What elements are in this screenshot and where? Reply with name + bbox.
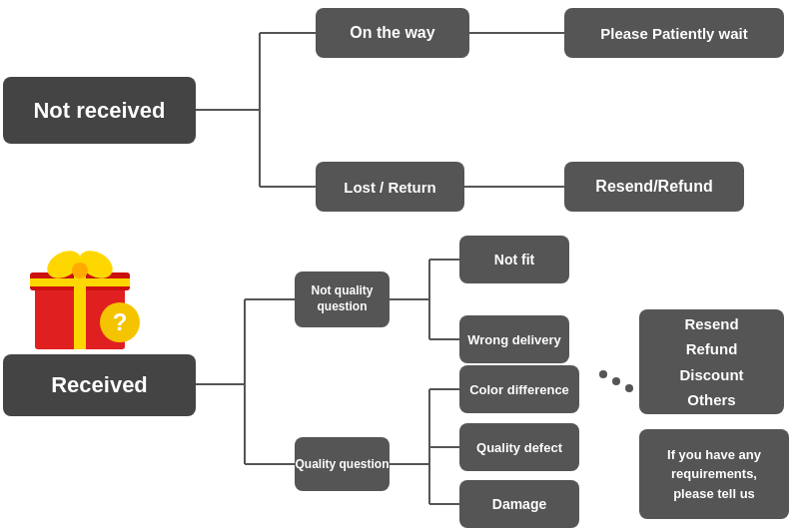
lost-return-node: Lost / Return [316, 162, 464, 212]
resend-options-node: Resend Refund Discount Others [639, 309, 784, 414]
please-wait-node: Please Patiently wait [564, 8, 784, 58]
received-node: Received [3, 354, 196, 416]
gift-icon: ? [20, 235, 150, 354]
not-received-node: Not received [3, 77, 196, 144]
on-the-way-node: On the way [316, 8, 469, 58]
damage-node: Damage [459, 480, 579, 528]
color-difference-node: Color difference [459, 365, 579, 413]
svg-point-22 [612, 377, 620, 385]
svg-point-23 [625, 384, 633, 392]
quality-defect-node: Quality defect [459, 423, 579, 471]
wrong-delivery-node: Wrong delivery [459, 315, 569, 363]
svg-point-21 [599, 370, 607, 378]
resend-refund-top-node: Resend/Refund [564, 162, 744, 212]
not-quality-node: Not quality question [295, 271, 390, 327]
svg-rect-27 [30, 278, 130, 286]
diagram: Not received On the way Please Patiently… [0, 0, 799, 532]
if-requirements-node: If you have any requirements, please tel… [639, 429, 789, 519]
quality-question-node: Quality question [295, 437, 390, 491]
svg-point-30 [72, 263, 88, 278]
svg-text:?: ? [113, 308, 128, 335]
not-fit-node: Not fit [459, 236, 569, 283]
